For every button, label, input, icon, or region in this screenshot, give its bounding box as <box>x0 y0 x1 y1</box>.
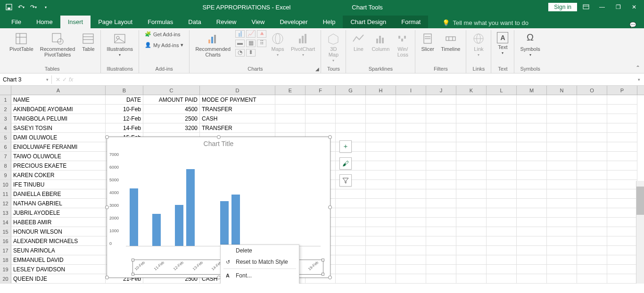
cell[interactable]: 3200 <box>143 123 200 133</box>
cell[interactable] <box>487 161 517 171</box>
slicer-button[interactable]: Slicer <box>419 30 436 54</box>
area-chart-icon[interactable]: 🔺 <box>257 30 266 38</box>
scroll-thumb[interactable] <box>636 187 644 215</box>
cell[interactable] <box>426 265 456 274</box>
cell[interactable] <box>607 133 637 142</box>
cell[interactable]: ALEXANDER MICHAELS <box>11 236 106 246</box>
cell[interactable] <box>607 236 637 246</box>
cell[interactable] <box>366 218 396 227</box>
cell[interactable] <box>547 161 577 171</box>
tab-format[interactable]: Format <box>394 16 428 28</box>
cell[interactable] <box>547 105 577 114</box>
col-header[interactable]: M <box>517 86 547 95</box>
cell[interactable] <box>607 171 637 180</box>
cell[interactable]: KAREN COKER <box>11 171 106 180</box>
cell[interactable] <box>577 95 607 105</box>
sign-in-button[interactable]: Sign in <box>548 3 577 11</box>
cell[interactable] <box>336 227 366 236</box>
pie-chart-icon[interactable]: ◔ <box>235 49 245 57</box>
cell[interactable] <box>487 123 517 133</box>
cell[interactable] <box>366 208 396 218</box>
cell[interactable] <box>456 114 487 123</box>
cell[interactable] <box>426 227 456 236</box>
cell[interactable] <box>336 218 366 227</box>
row-header[interactable]: 6 <box>0 142 11 152</box>
cell[interactable]: PRECIOUS EKAETE <box>11 161 106 171</box>
cell[interactable]: AMOUNT PAID <box>143 95 200 105</box>
cell[interactable] <box>336 199 366 208</box>
tab-help[interactable]: Help <box>315 16 343 28</box>
cell[interactable] <box>366 133 396 142</box>
cell[interactable] <box>607 255 637 265</box>
cell[interactable]: 2500 <box>143 114 200 123</box>
cell[interactable] <box>336 236 366 246</box>
cell[interactable] <box>487 218 517 227</box>
cell[interactable] <box>517 114 547 123</box>
tab-review[interactable]: Review <box>209 16 244 28</box>
cell[interactable]: CASH <box>200 114 275 123</box>
cell[interactable] <box>426 255 456 265</box>
cell[interactable] <box>426 114 456 123</box>
cell[interactable] <box>547 133 577 142</box>
cell[interactable] <box>607 246 637 255</box>
cell[interactable] <box>336 123 366 133</box>
cell[interactable] <box>607 218 637 227</box>
cell[interactable] <box>396 246 426 255</box>
cell[interactable] <box>456 218 487 227</box>
maps-button[interactable]: Maps▾ <box>269 30 286 59</box>
tab-data[interactable]: Data <box>181 16 208 28</box>
cell[interactable] <box>275 95 305 105</box>
col-header[interactable]: L <box>487 86 517 95</box>
row-header[interactable]: 1 <box>0 95 11 105</box>
cell[interactable] <box>396 236 426 246</box>
cell[interactable] <box>547 208 577 218</box>
cell[interactable] <box>517 255 547 265</box>
cell[interactable] <box>305 123 336 133</box>
cell[interactable] <box>456 246 487 255</box>
cell[interactable] <box>366 171 396 180</box>
charts-launcher-icon[interactable]: ◢ <box>315 66 319 72</box>
cell[interactable] <box>336 95 366 105</box>
cell[interactable] <box>366 255 396 265</box>
cell[interactable] <box>577 114 607 123</box>
combo-chart-icon[interactable]: ⬍ <box>246 49 256 57</box>
cell[interactable] <box>366 161 396 171</box>
cell[interactable] <box>426 180 456 189</box>
cell[interactable] <box>517 208 547 218</box>
cell[interactable] <box>577 105 607 114</box>
symbols-button[interactable]: ΩSymbols▾ <box>518 30 542 59</box>
cell[interactable]: ENIOLUWAFE FERANMI <box>11 142 106 152</box>
col-header[interactable]: B <box>106 86 143 95</box>
col-header[interactable]: G <box>336 86 366 95</box>
cell[interactable] <box>607 265 637 274</box>
cell[interactable] <box>456 105 487 114</box>
cell[interactable] <box>456 123 487 133</box>
cell[interactable]: TRANSFER <box>200 123 275 133</box>
ctx-font[interactable]: AFont... <box>221 270 299 281</box>
cell[interactable] <box>487 114 517 123</box>
cell[interactable] <box>607 142 637 152</box>
cell[interactable] <box>517 227 547 236</box>
cell[interactable] <box>456 95 487 105</box>
cell[interactable] <box>517 123 547 133</box>
cell[interactable]: TAIWO OLUWOLE <box>11 152 106 161</box>
tab-formulas[interactable]: Formulas <box>140 16 181 28</box>
cell[interactable] <box>577 274 607 284</box>
sparkline-line-button[interactable]: Line <box>350 30 367 54</box>
col-header[interactable]: E <box>275 86 305 95</box>
cell[interactable] <box>607 123 637 133</box>
col-header[interactable]: N <box>547 86 577 95</box>
cell[interactable] <box>366 152 396 161</box>
cell[interactable] <box>577 180 607 189</box>
cell[interactable] <box>547 171 577 180</box>
comments-icon[interactable]: 💬 <box>629 22 644 28</box>
cell[interactable] <box>487 133 517 142</box>
cell[interactable] <box>456 274 487 284</box>
ctx-reset-style[interactable]: ↺Reset to Match Style <box>221 256 299 268</box>
cell[interactable] <box>487 95 517 105</box>
col-header[interactable]: D <box>200 86 275 95</box>
cell[interactable] <box>517 105 547 114</box>
cell[interactable]: IFE TINUBU <box>11 180 106 189</box>
cell[interactable] <box>487 208 517 218</box>
cell[interactable] <box>396 208 426 218</box>
